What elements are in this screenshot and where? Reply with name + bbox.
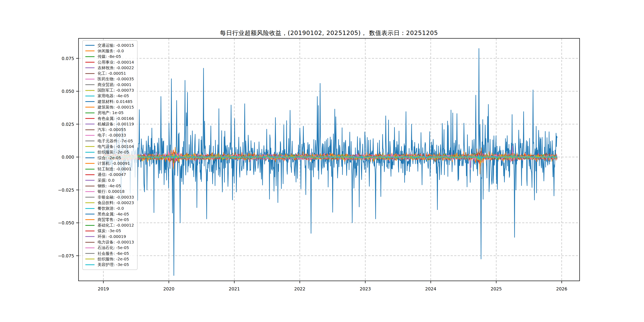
legend-line-sample <box>85 62 94 62</box>
legend-line-sample <box>85 253 94 254</box>
legend-label: 石油石化: -5e-05 <box>98 245 129 250</box>
legend-label: 采掘: 0.0 <box>98 178 114 183</box>
y-tick-label: −0.050 <box>58 220 74 226</box>
legend-line-sample <box>85 180 94 181</box>
legend-line-sample <box>85 124 94 124</box>
x-tick-label: 2021 <box>229 286 240 292</box>
legend-label: 综合: -2e-05 <box>98 155 121 160</box>
legend-line-sample <box>85 163 94 164</box>
legend-label: 食品饮料: -0.00023 <box>98 200 134 206</box>
legend-item: 纺织服饰: -2e-05 <box>85 256 134 262</box>
legend-line-sample <box>85 140 94 141</box>
legend-item: 电子元器件: -7e-05 <box>85 138 134 144</box>
legend-item: 采掘: 0.0 <box>85 178 134 183</box>
series-line-10 <box>104 48 557 276</box>
legend-item: 国防军工: -0.00073 <box>85 88 134 93</box>
legend-line-sample <box>85 45 94 46</box>
legend-label: 房地产: 1e-05 <box>98 110 124 116</box>
legend-line-sample <box>85 84 94 85</box>
legend-item: 交通运输: -0.00015 <box>85 42 134 48</box>
legend-line-sample <box>85 96 94 96</box>
series-lines <box>104 48 557 276</box>
legend-line-sample <box>85 202 94 203</box>
legend-item: 汽车: -0.00055 <box>85 127 134 132</box>
legend-box: 交通运输: -0.00015休闲服务: -0.0传媒: -8e-05公用事业: … <box>82 40 138 270</box>
legend-item: 通信: -0.00047 <box>85 172 134 178</box>
legend-line-sample <box>85 225 94 226</box>
legend-line-sample <box>85 107 94 108</box>
legend-item: 公用事业: -0.00014 <box>85 60 134 65</box>
legend-item: 食品饮料: -0.00023 <box>85 200 134 206</box>
legend-line-sample <box>85 56 94 57</box>
legend-line-sample <box>85 258 94 260</box>
legend-line-sample <box>85 236 94 237</box>
legend-line-sample <box>85 68 94 68</box>
legend-label: 通信: -0.00047 <box>98 172 126 177</box>
y-tick-label: 0.050 <box>62 89 74 94</box>
legend-line-sample <box>85 135 94 136</box>
legend-label: 建筑材料: 0.01485 <box>98 99 132 104</box>
legend-label: 机械设备: -0.00119 <box>98 122 134 127</box>
legend-item: 商贸零售: -2e-05 <box>85 217 134 222</box>
legend-item: 环保: -0.00019 <box>85 234 134 239</box>
matplotlib-figure: 201920202021202220232024202520260.0750.0… <box>0 0 644 322</box>
x-tick-label: 2019 <box>98 286 109 292</box>
legend-line-sample <box>85 158 94 158</box>
chart-title: 每日行业超额风险收益，(20190102, 20251205)， 数值表示日：2… <box>220 29 438 37</box>
legend-item: 餐饮旅游: -0.0 <box>85 206 134 211</box>
y-tick-label: −0.025 <box>58 188 74 192</box>
legend-label: 电力设备: -0.00013 <box>98 240 134 245</box>
legend-item: 石油石化: -5e-05 <box>85 245 134 251</box>
legend-line-sample <box>85 264 94 265</box>
legend-line-sample <box>85 197 94 198</box>
legend-label: 汽车: -0.00055 <box>98 127 126 132</box>
legend-label: 医药生物: -0.00035 <box>98 76 134 82</box>
x-tick-label: 2022 <box>294 286 305 292</box>
legend-item: 黑色金属: -4e-05 <box>85 211 134 217</box>
x-tick-label: 2026 <box>556 286 567 292</box>
legend-item: 休闲服务: -0.0 <box>85 48 134 54</box>
legend-item: 农林牧渔: -0.00022 <box>85 65 134 70</box>
legend-item: 建筑材料: 0.01485 <box>85 99 134 104</box>
legend-label: 国防军工: -0.00073 <box>98 88 134 93</box>
y-tick-label: 0.075 <box>62 56 74 61</box>
legend-line-sample <box>85 214 94 214</box>
legend-item: 机械设备: -0.00119 <box>85 121 134 127</box>
legend-line-sample <box>85 90 94 91</box>
legend-label: 家用电器: -4e-05 <box>98 93 129 98</box>
x-tick-label: 2024 <box>425 286 436 292</box>
legend-line-sample <box>85 101 94 102</box>
legend-label: 轻工制造: -0.0001 <box>98 166 132 172</box>
legend-label: 电子: -0.00033 <box>98 132 126 138</box>
legend-line-sample <box>85 50 94 51</box>
legend-label: 商贸零售: -2e-05 <box>98 217 129 222</box>
legend-item: 纺织服装: -2e-05 <box>85 150 134 155</box>
x-tick-label: 2025 <box>491 286 502 292</box>
legend-item: 家用电器: -4e-05 <box>85 93 134 99</box>
legend-label: 银行: 0.00018 <box>98 189 125 194</box>
legend-item: 轻工制造: -0.0001 <box>85 166 134 172</box>
legend-label: 钢铁: -4e-05 <box>98 183 121 189</box>
legend-label: 有色金属: -0.00166 <box>98 116 134 121</box>
legend-label: 电子元器件: -7e-05 <box>98 138 133 144</box>
legend-label: 公用事业: -0.00014 <box>98 60 134 65</box>
legend-label: 环保: -0.00019 <box>98 234 126 239</box>
legend-label: 黑色金属: -4e-05 <box>98 212 129 217</box>
legend-line-sample <box>85 118 94 119</box>
legend-item: 传媒: -8e-05 <box>85 54 134 60</box>
legend-line-sample <box>85 79 94 80</box>
x-tick-label: 2023 <box>360 286 371 292</box>
legend-item: 计算机: -0.00091 <box>85 160 134 166</box>
legend-line-sample <box>85 186 94 186</box>
x-tick-label: 2020 <box>163 286 174 292</box>
legend-line-sample <box>85 191 94 192</box>
legend-line-sample <box>85 112 94 113</box>
legend-label: 商业贸易: -0.0001 <box>98 82 132 88</box>
legend-line-sample <box>85 219 94 220</box>
legend-item: 有色金属: -0.00166 <box>85 116 134 121</box>
legend-item: 社会服务: -6e-05 <box>85 251 134 256</box>
legend-label: 美容护理: -3e-05 <box>98 262 129 267</box>
legend-line-sample <box>85 73 94 74</box>
legend-item: 电气设备: -0.00104 <box>85 144 134 149</box>
legend-item: 化工: -0.00051 <box>85 70 134 76</box>
